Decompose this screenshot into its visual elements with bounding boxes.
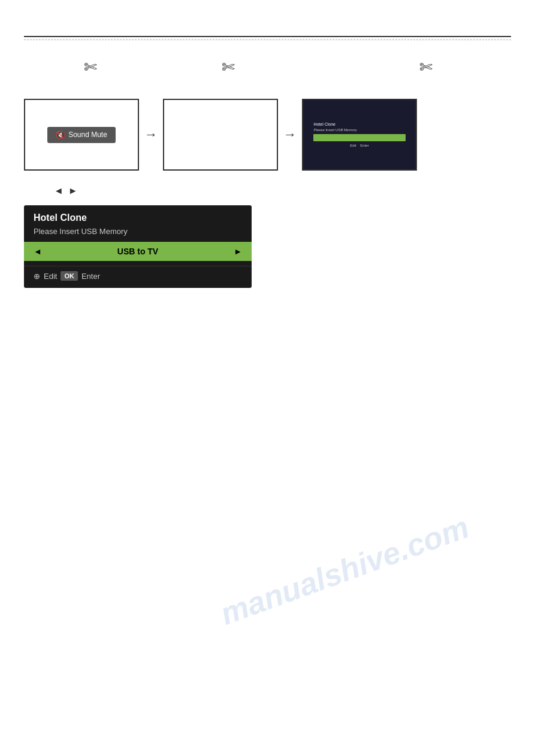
top-border-dashed xyxy=(24,40,511,40)
ok-badge: OK xyxy=(61,271,78,281)
enter-label: Enter xyxy=(81,272,100,281)
screens-row: 🔇 Sound Mute → → Hotel Clone Please Inse… xyxy=(24,99,511,171)
mini-menu-subtitle: Please Insert USB Memory xyxy=(313,128,405,132)
screen-3: Hotel Clone Please Insert USB Memory Edi… xyxy=(302,99,417,171)
nav-right-arrow: ► xyxy=(68,186,78,196)
panel-footer: ⊕ Edit OK Enter xyxy=(24,266,252,288)
step-icon-2: ✄ xyxy=(222,58,235,77)
edit-icon: ⊕ xyxy=(34,272,40,281)
nav-arrows-row: ◄ ► xyxy=(24,186,511,196)
arrow-1: → xyxy=(139,127,163,142)
mini-menu-footer: Edit Enter xyxy=(313,144,405,147)
panel-subtitle: Please Insert USB Memory xyxy=(24,227,252,242)
mini-menu-bar xyxy=(313,134,405,141)
mute-icon: 🔇 xyxy=(56,130,65,139)
step-icon-3: ✄ xyxy=(419,58,433,77)
panel-selector[interactable]: ◄ USB to TV ► xyxy=(24,242,252,261)
nav-left-arrow: ◄ xyxy=(54,186,64,196)
edit-label: Edit xyxy=(44,272,57,281)
steps-icons-row: ✄ ✄ ✄ xyxy=(24,58,511,88)
hotel-clone-panel: Hotel Clone Please Insert USB Memory ◄ U… xyxy=(24,205,252,288)
watermark: manualshive.com xyxy=(216,509,474,632)
mini-menu: Hotel Clone Please Insert USB Memory Edi… xyxy=(309,119,410,151)
sound-mute-button: 🔇 Sound Mute xyxy=(47,127,116,143)
screen-2 xyxy=(163,99,278,171)
mini-menu-title: Hotel Clone xyxy=(313,122,405,126)
step-icon-1: ✄ xyxy=(84,58,97,77)
arrow-2: → xyxy=(278,127,302,142)
screen-1: 🔇 Sound Mute xyxy=(24,99,139,171)
selector-left-arrow: ◄ xyxy=(34,247,42,256)
selector-value: USB to TV xyxy=(117,247,158,256)
panel-title: Hotel Clone xyxy=(24,205,252,227)
page-container: ✄ ✄ ✄ 🔇 Sound Mute → → Hotel Clone Pleas… xyxy=(0,0,535,756)
top-border-solid xyxy=(24,36,511,37)
sound-mute-label: Sound Mute xyxy=(68,130,107,139)
selector-right-arrow: ► xyxy=(234,247,242,256)
